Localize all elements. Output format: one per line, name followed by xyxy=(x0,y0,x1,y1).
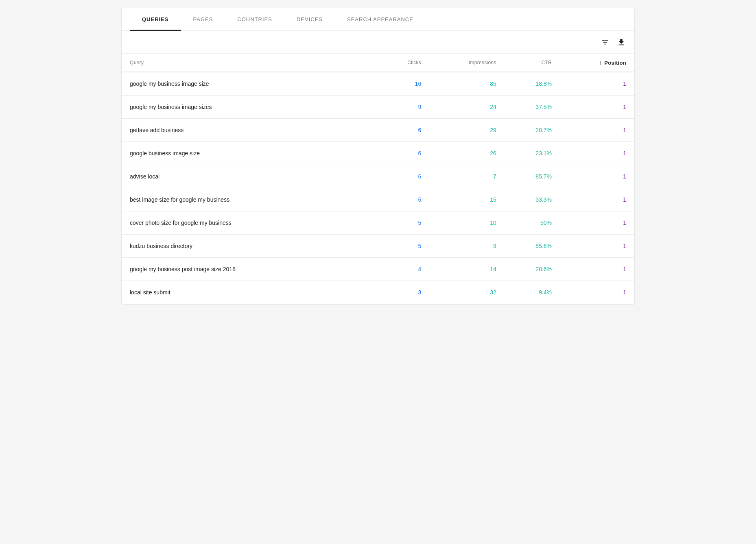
cell-ctr-1: 37.5% xyxy=(505,96,560,119)
cell-impressions-2: 29 xyxy=(429,119,505,142)
table-row: best image size for google my business 5… xyxy=(122,188,634,211)
cell-impressions-3: 26 xyxy=(429,142,505,165)
tab-devices[interactable]: DEVICES xyxy=(284,8,335,30)
table-row: google my business image size 16 85 18.8… xyxy=(122,72,634,96)
cell-clicks-4: 6 xyxy=(378,165,429,188)
cell-impressions-4: 7 xyxy=(429,165,505,188)
cell-clicks-5: 5 xyxy=(378,188,429,211)
cell-position-6: 1 xyxy=(560,211,634,235)
cell-query-7: kudzu business directory xyxy=(122,235,378,258)
cell-clicks-9: 3 xyxy=(378,281,429,304)
table-row: advise local 6 7 85.7% 1 xyxy=(122,165,634,188)
cell-ctr-3: 23.1% xyxy=(505,142,560,165)
cell-impressions-8: 14 xyxy=(429,258,505,281)
cell-clicks-3: 6 xyxy=(378,142,429,165)
cell-impressions-7: 9 xyxy=(429,235,505,258)
cell-ctr-6: 50% xyxy=(505,211,560,235)
cell-ctr-0: 18.8% xyxy=(505,72,560,96)
col-header-query: Query xyxy=(122,54,378,72)
cell-impressions-9: 32 xyxy=(429,281,505,304)
cell-clicks-2: 6 xyxy=(378,119,429,142)
cell-ctr-9: 9.4% xyxy=(505,281,560,304)
cell-position-1: 1 xyxy=(560,96,634,119)
tab-queries[interactable]: QUERIES xyxy=(130,8,181,30)
data-table: Query Clicks Impressions CTR ↑ Position … xyxy=(122,54,634,304)
tab-countries[interactable]: COUNTRIES xyxy=(225,8,284,30)
cell-ctr-2: 20.7% xyxy=(505,119,560,142)
table-row: cover photo size for google my business … xyxy=(122,211,634,235)
tab-search-appearance[interactable]: SEARCH APPEARANCE xyxy=(335,8,426,30)
table-row: google my business post image size 2018 … xyxy=(122,258,634,281)
tabs-container: QUERIES PAGES COUNTRIES DEVICES SEARCH A… xyxy=(122,8,634,31)
cell-query-2: getfave add business xyxy=(122,119,378,142)
cell-ctr-8: 28.6% xyxy=(505,258,560,281)
cell-impressions-5: 15 xyxy=(429,188,505,211)
filter-button[interactable] xyxy=(600,37,610,47)
cell-position-0: 1 xyxy=(560,72,634,96)
cell-position-5: 1 xyxy=(560,188,634,211)
cell-ctr-5: 33.3% xyxy=(505,188,560,211)
cell-query-0: google my business image size xyxy=(122,72,378,96)
cell-query-1: google my business image sizes xyxy=(122,96,378,119)
toolbar xyxy=(122,31,634,54)
col-header-position[interactable]: ↑ Position xyxy=(560,54,634,72)
sort-arrow-icon: ↑ xyxy=(599,59,602,66)
cell-clicks-8: 4 xyxy=(378,258,429,281)
cell-query-8: google my business post image size 2018 xyxy=(122,258,378,281)
cell-clicks-7: 5 xyxy=(378,235,429,258)
table-row: google my business image sizes 9 24 37.5… xyxy=(122,96,634,119)
cell-clicks-0: 16 xyxy=(378,72,429,96)
cell-position-7: 1 xyxy=(560,235,634,258)
cell-query-5: best image size for google my business xyxy=(122,188,378,211)
col-header-impressions: Impressions xyxy=(429,54,505,72)
table-row: kudzu business directory 5 9 55.6% 1 xyxy=(122,235,634,258)
cell-impressions-1: 24 xyxy=(429,96,505,119)
cell-query-9: local site submit xyxy=(122,281,378,304)
cell-impressions-0: 85 xyxy=(429,72,505,96)
table-row: getfave add business 6 29 20.7% 1 xyxy=(122,119,634,142)
cell-query-3: google business image size xyxy=(122,142,378,165)
table-row: google business image size 6 26 23.1% 1 xyxy=(122,142,634,165)
download-button[interactable] xyxy=(616,37,626,47)
cell-clicks-1: 9 xyxy=(378,96,429,119)
cell-impressions-6: 10 xyxy=(429,211,505,235)
cell-position-8: 1 xyxy=(560,258,634,281)
cell-ctr-4: 85.7% xyxy=(505,165,560,188)
cell-ctr-7: 55.6% xyxy=(505,235,560,258)
main-card: QUERIES PAGES COUNTRIES DEVICES SEARCH A… xyxy=(122,8,634,304)
cell-position-9: 1 xyxy=(560,281,634,304)
table-row: local site submit 3 32 9.4% 1 xyxy=(122,281,634,304)
tab-pages[interactable]: PAGES xyxy=(181,8,225,30)
col-header-position-label: Position xyxy=(604,60,626,66)
cell-position-4: 1 xyxy=(560,165,634,188)
col-header-ctr: CTR xyxy=(505,54,560,72)
cell-position-3: 1 xyxy=(560,142,634,165)
cell-position-2: 1 xyxy=(560,119,634,142)
col-header-clicks: Clicks xyxy=(378,54,429,72)
cell-query-6: cover photo size for google my business xyxy=(122,211,378,235)
cell-query-4: advise local xyxy=(122,165,378,188)
cell-clicks-6: 5 xyxy=(378,211,429,235)
